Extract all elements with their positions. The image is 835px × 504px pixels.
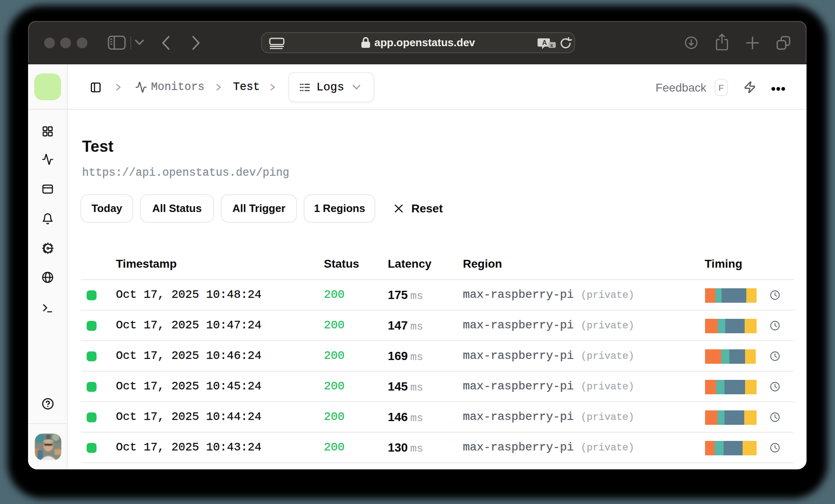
svg-text:x: x [550,42,553,48]
svg-text:A: A [542,39,547,46]
